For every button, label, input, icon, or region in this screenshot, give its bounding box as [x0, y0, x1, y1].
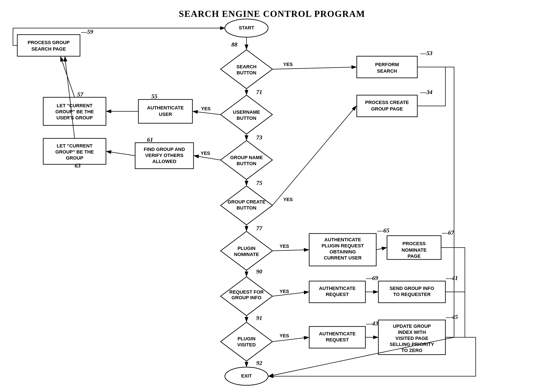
plugin-visited-node	[220, 322, 272, 361]
let-current-group-user-label2: GROUP" BE THE	[55, 109, 94, 114]
authenticate-request-69-label2: REQUEST	[326, 292, 349, 297]
find-group-verify-label3: ALLOWED	[152, 159, 176, 164]
authenticate-request-43-label: AUTHENTICATE	[319, 331, 355, 336]
authenticate-plugin-label: AUTHENTICATE	[324, 237, 361, 242]
label-59: —59	[81, 28, 93, 35]
yes-label-pluginnominate: YES	[280, 244, 289, 249]
group-name-label: GROUP NAME	[230, 155, 263, 160]
process-group-search-node	[17, 35, 80, 56]
authenticate-request-69-label: AUTHENTICATE	[319, 286, 355, 291]
authenticate-user-label2: USER	[159, 112, 172, 117]
label-71: 71	[256, 89, 262, 95]
arrow-search-performsearch	[272, 67, 356, 69]
label-55: 55	[151, 93, 157, 100]
update-group-index-label2: INDEX WITH	[398, 330, 426, 335]
label-90: 90	[256, 268, 262, 275]
let-current-group-group-label2: GROUP" BE THE	[55, 149, 94, 154]
plugin-nominate-label2: NOMINATE	[234, 252, 259, 257]
label-34: —34	[420, 89, 432, 95]
label-53: —53	[420, 50, 432, 56]
label-67: —67	[442, 229, 454, 236]
label-63: 63	[75, 162, 81, 169]
authenticate-request-43-label2: REQUEST	[326, 337, 349, 343]
label-41: —41	[446, 275, 458, 281]
authenticate-plugin-label3: OBTAINING	[330, 249, 356, 255]
update-group-index-label5: TO ZERO	[401, 348, 422, 353]
connector-process-create	[417, 67, 445, 106]
exit-label: EXIT	[241, 373, 252, 379]
username-button-label: USERNAME	[233, 109, 260, 115]
group-create-label2: BUTTON	[237, 205, 256, 211]
group-name-label2: BUTTON	[237, 161, 256, 166]
arrow-username-authuser	[193, 111, 220, 115]
diagram-container: SEARCH ENGINE CONTROL PROGRAM START SEAR…	[0, 0, 544, 392]
arrow-authplugin-processnominate	[376, 248, 387, 250]
label-65: —65	[377, 227, 389, 234]
process-nominate-label2: NOMINATE	[402, 247, 427, 253]
process-nominate-label3: PAGE	[408, 253, 421, 259]
label-57: 57	[77, 91, 83, 98]
request-group-info-label2: GROUP INFO	[231, 295, 262, 300]
process-group-search-label2: SEARCH PAGE	[31, 46, 66, 52]
start-label: START	[239, 25, 254, 30]
label-43: —43	[366, 320, 378, 327]
arrow-groupcreate-processcreate	[272, 106, 356, 205]
find-group-verify-label: FIND GROUP AND	[144, 147, 185, 152]
yes-label-requestgroup: YES	[280, 289, 289, 294]
request-group-info-label: REQUEST FOR	[229, 289, 264, 295]
update-group-index-label: UPDATE GROUP	[393, 323, 431, 329]
process-group-search-label: PROCESS GROUP	[28, 40, 70, 45]
authenticate-plugin-label2: PLUGIN REQUEST	[321, 243, 364, 249]
label-73: 73	[256, 134, 262, 141]
yes-label-search: YES	[283, 62, 293, 67]
yes-label-groupname: YES	[201, 150, 210, 156]
yes-label-pluginvisited: YES	[280, 333, 289, 338]
perform-search-label: PERFORM	[375, 62, 399, 67]
plugin-visited-label2: VISITED	[237, 342, 256, 347]
process-nominate-label: PROCESS	[402, 241, 426, 246]
label-92: 92	[256, 360, 262, 366]
group-create-label: GROUP CREATE	[227, 199, 265, 205]
send-group-info-label2: TO REQUESTER	[393, 292, 431, 297]
let-current-group-user-label: LET "CURRENT	[57, 103, 93, 108]
arrow-pluginnominate-authplugin	[272, 250, 309, 251]
yes-label-groupcreate: YES	[283, 197, 293, 202]
send-group-info-label: SEND GROUP INFO	[390, 286, 434, 291]
find-group-verify-label2: VERIFY OTHERS	[145, 153, 183, 158]
update-group-index-label3: VISITED PAGE	[396, 336, 428, 341]
label-45: —45	[446, 314, 458, 320]
arrow-requestgroup-authrequest69	[272, 292, 309, 296]
process-create-group-label: PROCESS CREATE	[365, 100, 409, 105]
plugin-nominate-label: PLUGIN	[237, 246, 255, 251]
arrow-pluginvisited-authrequest43	[272, 337, 309, 342]
arrow-findgroup-letcurrentgroup	[106, 151, 135, 156]
authenticate-user-label: AUTHENTICATE	[147, 105, 183, 111]
label-69: —69	[366, 275, 378, 281]
username-button-label2: BUTTON	[237, 115, 256, 121]
arrow-letcurrentuser-processgroupsearch	[60, 57, 75, 97]
flowchart-svg: START SEARCH BUTTON USERNAME BUTTON GROU…	[0, 0, 544, 392]
label-77: 77	[256, 225, 262, 232]
let-current-group-group-label: LET "CURRENT	[57, 143, 93, 148]
perform-search-label2: SEARCH	[377, 68, 397, 74]
plugin-visited-label: PLUGIN	[237, 336, 255, 341]
process-create-group-label2: GROUP PAGE	[371, 106, 403, 112]
let-current-group-user-label3: USER'S GROUP	[56, 115, 93, 120]
authenticate-plugin-label4: CURRENT USER	[324, 255, 362, 261]
yes-label-username: YES	[201, 106, 211, 111]
arrow-groupname-findgroup	[194, 156, 220, 160]
label-91: 91	[256, 315, 262, 321]
label-88: 88	[231, 41, 237, 48]
label-75: 75	[256, 179, 262, 186]
label-61: 61	[147, 136, 153, 143]
search-button-label: SEARCH	[237, 64, 257, 69]
search-button-label2: BUTTON	[237, 70, 256, 76]
let-current-group-group-label3: GROUP	[66, 155, 83, 161]
